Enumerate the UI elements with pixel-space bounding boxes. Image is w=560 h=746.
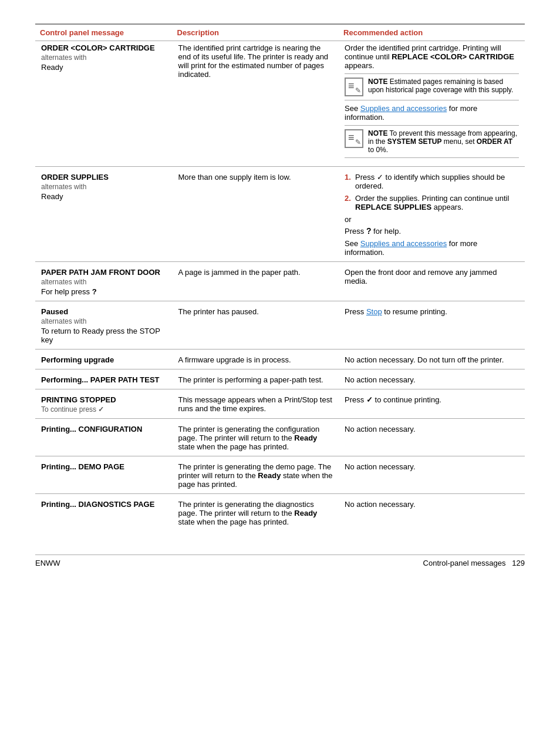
action-link-text: See Supplies and accessories for more in… <box>345 239 519 257</box>
action-text: No action necessary. <box>345 375 519 384</box>
table-row: Performing upgradeA firmware upgrade is … <box>35 350 525 369</box>
description-cell: The printer is generating the configurat… <box>173 419 339 456</box>
message-title: PAPER PATH JAM FRONT DOOR <box>41 268 160 277</box>
control-cell: Printing... CONFIGURATION <box>35 419 173 456</box>
note-icon-2 <box>345 129 363 148</box>
description-cell: The identified print cartridge is nearin… <box>173 41 339 167</box>
control-cell: Printing... DEMO PAGE <box>35 456 173 494</box>
note-box-1: NOTE Estimated pages remaining is based … <box>345 73 519 100</box>
control-cell: Performing upgrade <box>35 350 173 369</box>
description-cell: The printer has paused. <box>173 301 339 350</box>
table-row: PAPER PATH JAM FRONT DOORalternates with… <box>35 262 525 301</box>
control-cell: Pausedalternates withTo return to Ready … <box>35 301 173 350</box>
alternates-label: alternates with <box>41 317 167 325</box>
message-title: PRINTING STOPPED <box>41 395 116 404</box>
table-row: PRINTING STOPPEDTo continue press ✓This … <box>35 389 525 419</box>
question-mark: ? <box>92 287 97 296</box>
description-cell: The printer is performing a paper-path t… <box>173 369 339 389</box>
action-text: No action necessary. <box>345 500 519 509</box>
header-description: Description <box>173 24 339 41</box>
control-cell: PRINTING STOPPEDTo continue press ✓ <box>35 389 173 419</box>
description-cell: This message appears when a Print/Stop t… <box>173 389 339 419</box>
control-cell: Performing... PAPER PATH TEST <box>35 369 173 389</box>
action-cell: No action necessary. <box>339 494 525 532</box>
table-row: ORDER SUPPLIESalternates withReadyMore t… <box>35 167 525 262</box>
or-text: or <box>345 215 519 224</box>
action-cell: Press ✓ to continue printing. <box>339 389 525 419</box>
control-cell: ORDER SUPPLIESalternates withReady <box>35 167 173 262</box>
alternates-label: alternates with <box>41 53 167 62</box>
action-cell: No action necessary. <box>339 369 525 389</box>
table-row: Printing... CONFIGURATIONThe printer is … <box>35 419 525 456</box>
description-cell: The printer is generating the demo page.… <box>173 456 339 494</box>
action-step: 1.Press ✓ to identify which supplies sho… <box>345 173 519 190</box>
footer-right: Control-panel messages 129 <box>423 559 525 567</box>
table-row: ORDER <COLOR> CARTRIDGEalternates withRe… <box>35 41 525 167</box>
message-title: ORDER <COLOR> CARTRIDGE <box>41 43 155 52</box>
description-cell: A firmware upgrade is in process. <box>173 350 339 369</box>
action-cell: 1.Press ✓ to identify which supplies sho… <box>339 167 525 262</box>
checkmark-symbol: ✓ <box>366 395 373 404</box>
message-subtitle: For help press ? <box>41 287 167 296</box>
action-steps-list: 1.Press ✓ to identify which supplies sho… <box>345 173 519 211</box>
message-subtitle: Ready <box>41 192 167 201</box>
alternates-label: alternates with <box>41 183 167 191</box>
action-text: Press ✓ to continue printing. <box>345 395 519 404</box>
note-box-2: NOTE To prevent this message from appear… <box>345 125 519 158</box>
message-title: ORDER SUPPLIES <box>41 173 109 182</box>
action-step: 2.Order the supplies. Printing can conti… <box>345 194 519 211</box>
table-row: Printing... DIAGNOSTICS PAGEThe printer … <box>35 494 525 532</box>
footer-left: ENWW <box>35 559 60 567</box>
action-cell: No action necessary. <box>339 456 525 494</box>
header-action: Recommended action <box>339 24 525 41</box>
control-cell: Printing... DIAGNOSTICS PAGE <box>35 494 173 532</box>
checkmark: ✓ <box>98 405 104 414</box>
action-text: Open the front door and remove any jamme… <box>345 268 519 285</box>
alternates-label: To continue press ✓ <box>41 405 167 414</box>
note-icon-1 <box>345 78 363 96</box>
stop-link[interactable]: Stop <box>366 307 382 316</box>
description-cell: The printer is generating the diagnostic… <box>173 494 339 532</box>
supplies-link-2[interactable]: Supplies and accessories <box>360 239 447 248</box>
header-control: Control panel message <box>35 24 173 41</box>
action-cell: Press Stop to resume printing. <box>339 301 525 350</box>
table-row: Pausedalternates withTo return to Ready … <box>35 301 525 350</box>
message-title: Performing upgrade <box>41 355 114 364</box>
action-text: No action necessary. <box>345 462 519 471</box>
supplies-link-1[interactable]: Supplies and accessories <box>360 104 447 113</box>
control-cell: ORDER <COLOR> CARTRIDGEalternates withRe… <box>35 41 173 167</box>
message-title: Printing... DIAGNOSTICS PAGE <box>41 500 154 509</box>
note-text-1: NOTE Estimated pages remaining is based … <box>368 78 519 94</box>
note-text-2: NOTE To prevent this message from appear… <box>368 129 519 154</box>
message-title: Performing... PAPER PATH TEST <box>41 375 160 384</box>
alternates-label: alternates with <box>41 278 167 286</box>
action-text: No action necessary. <box>345 425 519 434</box>
description-cell: More than one supply item is low. <box>173 167 339 262</box>
description-cell: A page is jammed in the paper path. <box>173 262 339 301</box>
message-subtitle: To return to Ready press the STOP key <box>41 327 167 344</box>
action-link-text: See Supplies and accessories for more in… <box>345 104 519 122</box>
message-title: Printing... CONFIGURATION <box>41 425 142 434</box>
message-title: Printing... DEMO PAGE <box>41 462 124 471</box>
action-cell: No action necessary. <box>339 419 525 456</box>
action-cell: Order the identified print cartridge. Pr… <box>339 41 525 167</box>
action-cell: No action necessary. Do not turn off the… <box>339 350 525 369</box>
table-row: Printing... DEMO PAGEThe printer is gene… <box>35 456 525 494</box>
step-text: Press ✓ to identify which supplies shoul… <box>355 173 519 190</box>
action-cell: Open the front door and remove any jamme… <box>339 262 525 301</box>
table-row: Performing... PAPER PATH TESTThe printer… <box>35 369 525 389</box>
message-title: Paused <box>41 307 68 316</box>
press-help-text: Press ? for help. <box>345 226 519 236</box>
action-text: No action necessary. Do not turn off the… <box>345 355 519 364</box>
step-text: Order the supplies. Printing can continu… <box>355 194 519 211</box>
step-number: 2. <box>345 194 353 211</box>
control-cell: PAPER PATH JAM FRONT DOORalternates with… <box>35 262 173 301</box>
action-text: Press Stop to resume printing. <box>345 307 519 316</box>
step-number: 1. <box>345 173 353 190</box>
message-subtitle: Ready <box>41 63 167 72</box>
action-main-text: Order the identified print cartridge. Pr… <box>345 43 519 70</box>
main-table: Control panel message Description Recomm… <box>35 23 525 531</box>
page-footer: ENWW Control-panel messages 129 <box>35 555 525 567</box>
